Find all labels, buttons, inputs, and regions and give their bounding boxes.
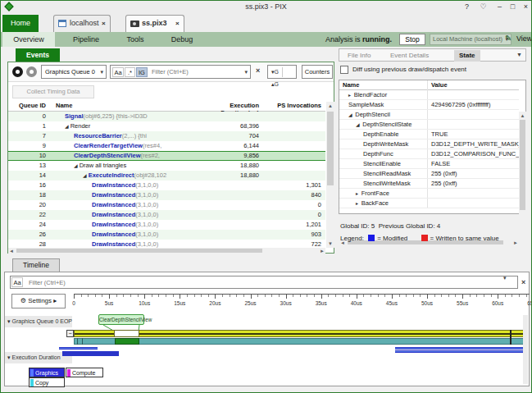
- clear-filter-icon[interactable]: ×: [256, 66, 260, 75]
- details-tab-strip: File Info Event Details State ▼: [339, 48, 526, 62]
- diff-checkbox-label: Diff using previous draw/dispatch event: [352, 66, 466, 75]
- state-row[interactable]: StencilReadMask255 (0xff): [339, 169, 519, 179]
- events-rows: 0Signal(obj#6,225) {this->ID3D1◢Render68…: [8, 112, 325, 249]
- events-vertical-scrollbar[interactable]: ▲ ▼: [326, 102, 334, 248]
- timing-capture-button[interactable]: [26, 66, 37, 77]
- ribbon-tab-overview[interactable]: Overview: [2, 32, 55, 47]
- events-panel-tab[interactable]: Events: [16, 48, 60, 62]
- state-row[interactable]: DepthEnableTRUE: [339, 130, 519, 139]
- goto-next-button[interactable]: ▾G: [268, 66, 282, 78]
- timeline-scrollbar[interactable]: [523, 315, 528, 384]
- state-row[interactable]: ◢ DepthStencilState: [339, 120, 519, 130]
- match-case-button[interactable]: Aa: [112, 67, 124, 77]
- ribbon-tab-tools[interactable]: Tools: [116, 32, 155, 47]
- event-row[interactable]: 13◢Draw all triangles18,880: [8, 161, 325, 171]
- goto-prev-button[interactable]: ▴G: [268, 78, 282, 90]
- same-value-color-swatch: [421, 235, 428, 241]
- state-column-name[interactable]: Name: [339, 80, 427, 90]
- feedback-icon[interactable]: ♡: [478, 2, 489, 11]
- stop-button[interactable]: Stop: [399, 34, 425, 45]
- state-row[interactable]: StencilWriteMask255 (0xff): [339, 179, 519, 189]
- tab-localhost-close-icon[interactable]: ×: [102, 20, 106, 27]
- timeline-filter-dropdown-icon[interactable]: ▾: [503, 275, 507, 281]
- state-row[interactable]: StencilEnableFALSE: [339, 159, 519, 169]
- state-row[interactable]: ▸ FrontFace: [339, 189, 519, 199]
- analysis-status: Analysis is running.: [325, 35, 392, 43]
- capture-button[interactable]: [12, 66, 23, 77]
- ribbon-tab-debug[interactable]: Debug: [161, 32, 202, 47]
- queue-tick: [77, 338, 78, 345]
- counters-button[interactable]: Counters: [302, 65, 333, 79]
- state-column-value[interactable]: Value: [427, 80, 519, 90]
- legend-compute[interactable]: Compute: [66, 368, 103, 377]
- state-row[interactable]: SampleMask4294967295 (0xffffffff): [339, 100, 519, 110]
- close-button[interactable]: ×: [521, 2, 531, 11]
- pix-window: ss.pix3 - PIX ? ♡ – □ × Home localhost ×…: [0, 0, 532, 393]
- diff-checkbox[interactable]: [340, 66, 348, 74]
- event-row[interactable]: 10ClearDepthStencilView(res#2,9,856: [8, 151, 325, 161]
- timeline-match-case-button[interactable]: Aa: [11, 277, 23, 287]
- ribbon-tab-pipeline[interactable]: Pipeline: [62, 32, 110, 47]
- event-row[interactable]: 26DrawInstanced(3,1,0,0)903: [8, 230, 325, 240]
- queue-dropdown[interactable]: Graphics Queue 0▾: [41, 65, 107, 79]
- tab-localhost-label: localhost: [70, 19, 99, 27]
- track-collapse-handle[interactable]: −: [66, 330, 74, 337]
- details-panel: File Info Event Details State ▼ Diff usi…: [339, 48, 526, 254]
- legend-graphics[interactable]: Graphics: [29, 368, 65, 377]
- state-row[interactable]: DepthFuncD3D12_COMPARISON_FUNC_…: [339, 149, 519, 159]
- duration-bar[interactable]: [395, 350, 525, 353]
- minimize-button[interactable]: –: [494, 2, 505, 11]
- queue-track-bar[interactable]: [74, 338, 525, 345]
- timeline-filter-input[interactable]: [27, 277, 486, 287]
- eop-track-bar[interactable]: [74, 330, 525, 337]
- event-row[interactable]: 22DrawInstanced(3,1,0,0)0: [8, 210, 325, 220]
- selected-event-segment[interactable]: [115, 338, 139, 345]
- event-row[interactable]: 16DrawInstanced(3,1,0,0)1,301: [8, 181, 325, 190]
- eop-selected-gap[interactable]: [114, 330, 139, 337]
- window-title: ss.pix3 - PIX: [1, 2, 531, 11]
- state-legend: Legend: = Modified = Written to same val…: [340, 235, 499, 242]
- help-icon[interactable]: ?: [462, 2, 472, 11]
- timeline-clear-filter-icon[interactable]: ×: [521, 278, 525, 286]
- tab-localhost[interactable]: localhost ×: [53, 15, 111, 32]
- event-row[interactable]: 7ResourceBarrier(2,...) {thi704: [8, 131, 325, 141]
- events-horizontal-scrollbar[interactable]: ◄ ►: [8, 248, 325, 254]
- regex-button[interactable]: .*: [125, 67, 135, 77]
- ignore-button[interactable]: IG: [136, 67, 148, 77]
- views-button[interactable]: Views: [516, 34, 532, 43]
- timeline-panel-tab[interactable]: Timeline: [12, 258, 60, 272]
- event-row[interactable]: 24DrawInstanced(3,1,0,0)1,201: [8, 220, 325, 230]
- queue-tick: [82, 338, 83, 345]
- machine-dropdown[interactable]: Local Machine (localhost)▾: [430, 34, 512, 45]
- tab-state[interactable]: State: [454, 50, 480, 62]
- tab-home[interactable]: Home: [2, 15, 39, 32]
- event-row[interactable]: 9ClearRenderTargetView(res#4,6,144: [8, 141, 325, 151]
- state-row[interactable]: ▸ BlendFactor: [339, 90, 519, 100]
- legend-copy[interactable]: Copy: [29, 377, 65, 387]
- event-row[interactable]: 0Signal(obj#6,225) {this->ID3D: [8, 112, 325, 121]
- tab-file-info[interactable]: File Info: [343, 50, 375, 62]
- state-rows: ▸ BlendFactorSampleMask4294967295 (0xfff…: [339, 90, 519, 208]
- tab-capture[interactable]: ss.pix3 ×: [125, 15, 184, 32]
- state-vertical-scrollbar[interactable]: ▲: [519, 112, 526, 240]
- timeline-ruler[interactable]: 05us10us15us20us25us30us35us40us45us50us…: [74, 294, 530, 312]
- event-row[interactable]: 14◢ExecuteIndirect(obj#28,10218,880: [8, 171, 325, 181]
- duration-bar[interactable]: [59, 347, 98, 350]
- collect-timing-button[interactable]: Collect Timing Data: [12, 85, 94, 98]
- state-row[interactable]: DepthWriteMaskD3D12_DEPTH_WRITE_MASK_…: [339, 139, 519, 149]
- duration-bar[interactable]: [62, 351, 119, 356]
- tab-capture-close-icon[interactable]: ×: [175, 20, 180, 27]
- event-row[interactable]: 1◢Render68,396: [8, 121, 325, 131]
- filter-dropdown-icon[interactable]: ▾: [244, 69, 248, 75]
- details-tab-overflow-icon[interactable]: ▼: [516, 52, 522, 57]
- maximize-button[interactable]: □: [507, 2, 518, 11]
- state-row[interactable]: ▸ BackFace: [339, 199, 519, 208]
- tab-event-details[interactable]: Event Details: [385, 50, 434, 62]
- events-filter-input[interactable]: [150, 66, 239, 77]
- duration-bar[interactable]: [395, 347, 525, 350]
- event-row[interactable]: 20DrawInstanced(3,1,0,0)0: [8, 200, 325, 210]
- track-label-eop[interactable]: ▾ Graphics Queue 0 EOP: [5, 316, 72, 327]
- state-row[interactable]: ◢ DepthStencil: [339, 110, 519, 120]
- settings-button[interactable]: ⚙ Settings ▸: [11, 294, 66, 308]
- event-row[interactable]: 18DrawInstanced(3,1,0,0)840: [8, 190, 325, 200]
